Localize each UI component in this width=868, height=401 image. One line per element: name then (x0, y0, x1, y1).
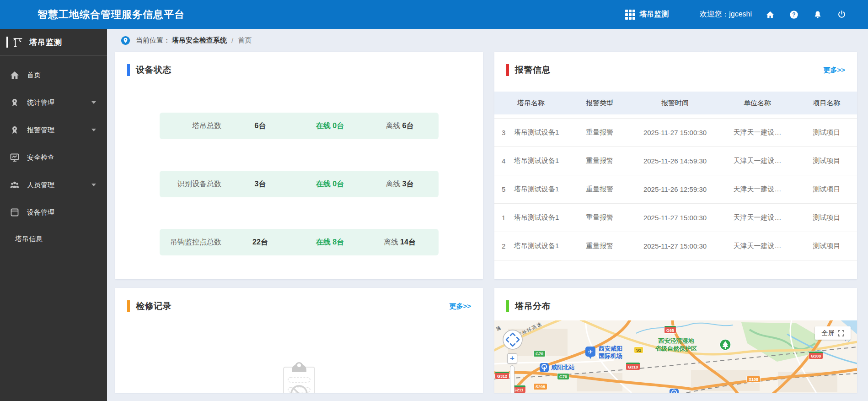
platform-title: 智慧工地综合管理服务信息平台 (38, 8, 185, 22)
panel-title: 报警信息 (494, 52, 857, 76)
col-crane-name: 塔吊名称 (494, 99, 568, 108)
panel-title-text: 检修记录 (136, 300, 171, 312)
fullscreen-button[interactable]: 全屏 (815, 326, 851, 340)
col-alarm-type: 报警类型 (568, 99, 632, 108)
table-row: 2塔吊测试设备1 重量报警2025-11-27 15:00:30 天津天一建设…… (494, 232, 857, 260)
device-icon (9, 207, 20, 218)
sidebar-item-label: 设备管理 (27, 208, 54, 217)
sidebar-item-safety-check[interactable]: 安全检查 (0, 144, 107, 171)
stat-total: 6台 (221, 121, 299, 131)
stat-row-recognition: 识别设备总数 3台 在线 0台 离线3台 (160, 171, 439, 197)
stats-medal-icon (9, 97, 20, 108)
sidebar-item-label: 报警管理 (27, 126, 54, 135)
title-accent-bar (506, 64, 509, 76)
bell-icon[interactable] (812, 9, 823, 20)
airport-pin-icon: ✈ (585, 346, 596, 359)
chevron-down-icon (91, 101, 96, 104)
stat-label: 识别设备总数 (160, 179, 221, 189)
chevron-down-icon (91, 129, 96, 131)
main-content: 当前位置： 塔吊安全检查系统 / 首页 设备状态 塔吊总数 6台 在线 0台 离… (107, 29, 868, 401)
sidebar-item-label: 首页 (27, 71, 41, 80)
home-icon[interactable] (765, 9, 776, 20)
sidebar-menu: 首页 统计管理 报警管理 安全检查 人员管理 设备管理 塔吊信息 (0, 56, 107, 252)
sidebar-item-personnel[interactable]: 人员管理 (0, 171, 107, 199)
sidebar-subitem-crane-info[interactable]: 塔吊信息 (0, 226, 107, 252)
people-icon (9, 179, 20, 190)
power-icon[interactable] (836, 9, 847, 20)
wetland-label: 西安泾渭湿地省级自然保护区 (655, 337, 697, 352)
maintenance-more-link[interactable]: 更多>> (449, 302, 471, 311)
road-badge: G65 (664, 326, 676, 333)
table-row: 1塔吊测试设备1 重量报警2025-11-27 15:00:30 天津天一建设…… (494, 204, 857, 232)
sidebar-item-home[interactable]: 首页 (0, 61, 107, 89)
tower-crane-icon (12, 36, 24, 48)
zoom-slider[interactable] (510, 365, 514, 393)
panel-title-text: 塔吊分布 (515, 300, 551, 312)
station-icon-partial (669, 388, 679, 393)
map-pan-control[interactable] (502, 329, 523, 350)
apps-grid-icon (625, 10, 635, 20)
help-icon[interactable]: ? (788, 9, 799, 20)
brand-accent-bar (6, 37, 8, 48)
fullscreen-label: 全屏 (822, 329, 835, 337)
panel-title: 检修记录 (115, 288, 483, 312)
zoom-in-button[interactable]: + (507, 353, 517, 363)
sidebar-item-label: 人员管理 (27, 181, 54, 190)
alarm-table-header: 塔吊名称 报警类型 报警时间 单位名称 项目名称 (494, 92, 857, 114)
road-badge: S208 (534, 384, 547, 390)
stat-online: 在线 0台 (299, 121, 361, 131)
home-icon (9, 70, 20, 81)
alarm-info-panel: 报警信息 更多>> 塔吊名称 报警类型 报警时间 单位名称 项目名称 3塔吊测试… (494, 52, 857, 279)
welcome-text: 欢迎您：jgceshi (700, 10, 752, 19)
stat-online: 在线 8台 (299, 238, 361, 247)
road-badge: G70 (557, 374, 569, 379)
stat-total: 3台 (221, 179, 299, 189)
username: jgceshi (729, 10, 752, 18)
clipboard-empty-icon (276, 360, 322, 393)
panel-title: 塔吊分布 (494, 288, 857, 312)
station-label: 咸阳北站 (551, 364, 575, 371)
app-switcher[interactable]: 塔吊监测 (625, 10, 669, 20)
table-row: 3塔吊测试设备1 重量报警2025-11-27 15:00:30 天津天一建设…… (494, 119, 857, 147)
table-row: 4塔吊测试设备1 重量报警2025-11-26 14:59:30 天津天一建设…… (494, 147, 857, 175)
sidebar-item-label: 安全检查 (27, 153, 54, 162)
road-badge: S108 (747, 376, 760, 382)
col-project-name: 项目名称 (796, 99, 857, 108)
stat-label: 吊钩监控点总数 (160, 238, 221, 247)
road-badge: G310 (626, 363, 640, 370)
railway-station-icon (539, 363, 549, 373)
maintenance-panel: 检修记录 更多>> (115, 288, 483, 393)
alarm-table: 塔吊名称 报警类型 报警时间 单位名称 项目名称 3塔吊测试设备1 重量报警20… (494, 92, 857, 260)
stat-offline: 离线6台 (361, 121, 439, 131)
fullscreen-expand-icon (838, 330, 844, 336)
breadcrumb: 当前位置： 塔吊安全检查系统 / 首页 (107, 29, 868, 52)
col-unit-name: 单位名称 (718, 99, 796, 108)
svg-text:✈: ✈ (588, 348, 593, 355)
sidebar-item-alarm-mgmt[interactable]: 报警管理 (0, 116, 107, 144)
road-badge: S1 (634, 347, 643, 353)
sidebar-item-equipment[interactable]: 设备管理 (0, 199, 107, 226)
panel-title-text: 报警信息 (515, 64, 551, 76)
sidebar-item-statistics[interactable]: 统计管理 (0, 89, 107, 116)
crane-map[interactable]: 西安外环高速 速 河 ✈ 西安咸阳国际机场 咸阳北站 (494, 320, 857, 393)
chevron-down-icon (91, 184, 96, 186)
road-badge: G312 (495, 372, 509, 379)
top-header: 智慧工地综合管理服务信息平台 塔吊监测 欢迎您：jgceshi ? (0, 0, 868, 29)
breadcrumb-system: 塔吊安全检查系统 (172, 36, 227, 45)
airport-label: 西安咸阳国际机场 (599, 345, 622, 360)
col-alarm-time: 报警时间 (632, 99, 718, 108)
panel-title-text: 设备状态 (136, 64, 171, 76)
svg-text:?: ? (792, 11, 795, 18)
alarms-more-link[interactable]: 更多>> (823, 66, 845, 75)
title-accent-bar (127, 64, 130, 76)
device-status-panel: 设备状态 塔吊总数 6台 在线 0台 离线6台 识别设备总数 3台 在线 0台 … (115, 52, 483, 279)
alarm-medal-icon (9, 125, 20, 135)
sidebar-brand-label: 塔吊监测 (29, 37, 62, 48)
stat-offline: 离线14台 (361, 238, 439, 247)
stat-offline: 离线3台 (361, 179, 439, 189)
crane-distribution-panel: 塔吊分布 (494, 288, 857, 393)
breadcrumb-current[interactable]: 首页 (238, 36, 252, 45)
stat-row-hook-monitor: 吊钩监控点总数 22台 在线 8台 离线14台 (160, 229, 439, 255)
panel-title: 设备状态 (115, 52, 483, 76)
app-switcher-label: 塔吊监测 (639, 10, 669, 19)
